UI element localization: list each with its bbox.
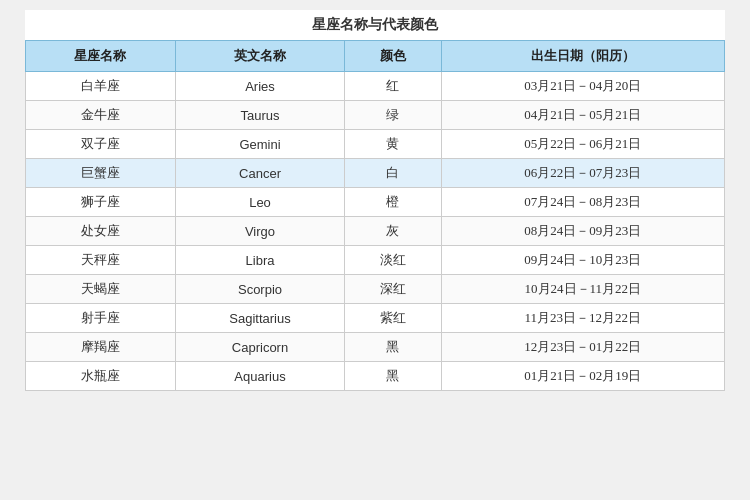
- table-row: 白羊座Aries红03月21日－04月20日: [26, 72, 725, 101]
- table-row: 巨蟹座Cancer白06月22日－07月23日: [26, 159, 725, 188]
- zodiac-cn: 水瓶座: [26, 362, 176, 391]
- zodiac-en: Virgo: [175, 217, 344, 246]
- zodiac-en: Libra: [175, 246, 344, 275]
- table-row: 处女座Virgo灰08月24日－09月23日: [26, 217, 725, 246]
- table-row: 射手座Sagittarius紫红11月23日－12月22日: [26, 304, 725, 333]
- zodiac-cn: 射手座: [26, 304, 176, 333]
- zodiac-date: 04月21日－05月21日: [441, 101, 724, 130]
- zodiac-en: Sagittarius: [175, 304, 344, 333]
- zodiac-cn: 狮子座: [26, 188, 176, 217]
- zodiac-date: 03月21日－04月20日: [441, 72, 724, 101]
- zodiac-cn: 天蝎座: [26, 275, 176, 304]
- zodiac-en: Gemini: [175, 130, 344, 159]
- zodiac-en: Cancer: [175, 159, 344, 188]
- zodiac-date: 08月24日－09月23日: [441, 217, 724, 246]
- zodiac-color: 灰: [345, 217, 442, 246]
- header-en: 英文名称: [175, 41, 344, 72]
- table-row: 狮子座Leo橙07月24日－08月23日: [26, 188, 725, 217]
- zodiac-cn: 天秤座: [26, 246, 176, 275]
- zodiac-en: Scorpio: [175, 275, 344, 304]
- zodiac-color: 淡红: [345, 246, 442, 275]
- zodiac-cn: 处女座: [26, 217, 176, 246]
- zodiac-date: 10月24日－11月22日: [441, 275, 724, 304]
- zodiac-cn: 白羊座: [26, 72, 176, 101]
- zodiac-cn: 双子座: [26, 130, 176, 159]
- zodiac-en: Aries: [175, 72, 344, 101]
- header-color: 颜色: [345, 41, 442, 72]
- zodiac-en: Aquarius: [175, 362, 344, 391]
- zodiac-cn: 金牛座: [26, 101, 176, 130]
- zodiac-color: 橙: [345, 188, 442, 217]
- zodiac-en: Capricorn: [175, 333, 344, 362]
- zodiac-en: Taurus: [175, 101, 344, 130]
- header-date: 出生日期（阳历）: [441, 41, 724, 72]
- zodiac-date: 07月24日－08月23日: [441, 188, 724, 217]
- zodiac-date: 05月22日－06月21日: [441, 130, 724, 159]
- header-cn: 星座名称: [26, 41, 176, 72]
- table-row: 金牛座Taurus绿04月21日－05月21日: [26, 101, 725, 130]
- zodiac-cn: 巨蟹座: [26, 159, 176, 188]
- zodiac-color: 深红: [345, 275, 442, 304]
- zodiac-color: 黑: [345, 362, 442, 391]
- zodiac-color: 绿: [345, 101, 442, 130]
- table-header-row: 星座名称 英文名称 颜色 出生日期（阳历）: [26, 41, 725, 72]
- main-container: 星座名称与代表颜色 星座名称 英文名称 颜色 出生日期（阳历） 白羊座Aries…: [25, 10, 725, 391]
- zodiac-color: 黑: [345, 333, 442, 362]
- table-row: 双子座Gemini黄05月22日－06月21日: [26, 130, 725, 159]
- zodiac-date: 01月21日－02月19日: [441, 362, 724, 391]
- table-row: 水瓶座Aquarius黑01月21日－02月19日: [26, 362, 725, 391]
- page-title: 星座名称与代表颜色: [25, 10, 725, 40]
- table-row: 天秤座Libra淡红09月24日－10月23日: [26, 246, 725, 275]
- zodiac-cn: 摩羯座: [26, 333, 176, 362]
- zodiac-date: 12月23日－01月22日: [441, 333, 724, 362]
- zodiac-date: 06月22日－07月23日: [441, 159, 724, 188]
- zodiac-table: 星座名称 英文名称 颜色 出生日期（阳历） 白羊座Aries红03月21日－04…: [25, 40, 725, 391]
- zodiac-en: Leo: [175, 188, 344, 217]
- zodiac-color: 黄: [345, 130, 442, 159]
- zodiac-color: 紫红: [345, 304, 442, 333]
- zodiac-date: 11月23日－12月22日: [441, 304, 724, 333]
- table-row: 天蝎座Scorpio深红10月24日－11月22日: [26, 275, 725, 304]
- zodiac-color: 红: [345, 72, 442, 101]
- zodiac-date: 09月24日－10月23日: [441, 246, 724, 275]
- zodiac-color: 白: [345, 159, 442, 188]
- table-row: 摩羯座Capricorn黑12月23日－01月22日: [26, 333, 725, 362]
